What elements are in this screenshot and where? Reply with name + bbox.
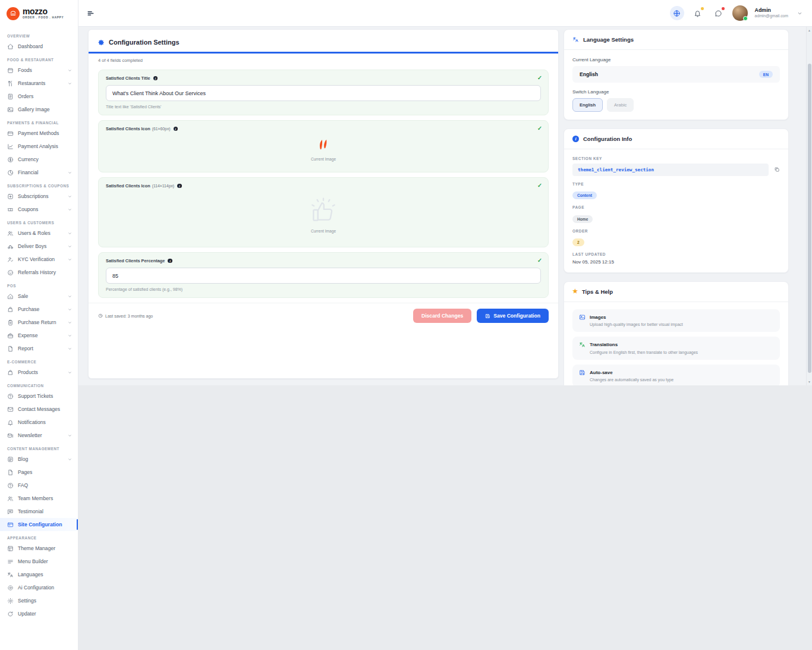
image-upload-preview[interactable]: Current Image [106, 189, 541, 241]
satisfied-clients-title-input[interactable] [106, 85, 541, 101]
sidebar-item-expense[interactable]: Expense [0, 329, 78, 342]
sidebar-item-dashboard[interactable]: Dashboard [0, 40, 78, 53]
translate-icon [572, 36, 579, 43]
users-icon [7, 230, 14, 237]
info-icon[interactable]: i [177, 184, 182, 189]
vertical-scrollbar[interactable]: ▲ ▼ [806, 27, 812, 385]
blog-icon [7, 456, 14, 463]
sidebar-item-faq[interactable]: FAQ [0, 479, 78, 492]
info-icon[interactable]: i [174, 127, 178, 131]
save-configuration-button[interactable]: Save Configuration [477, 309, 549, 323]
fork-icon [7, 80, 14, 87]
sidebar-item-purchase-return[interactable]: Purchase Return [0, 316, 78, 329]
sidebar-item-payment-analysis[interactable]: Payment Analysis [0, 140, 78, 153]
satisfied-clients-percentage-input[interactable] [106, 268, 541, 284]
check-icon: ✓ [537, 257, 542, 263]
scroll-down-arrow[interactable]: ▼ [807, 380, 812, 384]
sidebar-item-orders[interactable]: Orders [0, 90, 78, 103]
sidebar-item-testimonial[interactable]: Testimonial [0, 505, 78, 518]
language-option-english[interactable]: English [572, 98, 603, 112]
tip-auto-save: Auto-saveChanges are automatically saved… [572, 365, 780, 386]
bag-icon [7, 369, 14, 376]
brand-logo[interactable]: mozzo ORDER . FOOD . HAPPY [0, 0, 78, 27]
last-saved-text: Last saved: 3 months ago [105, 314, 153, 318]
sidebar-item-purchase[interactable]: Purchase [0, 303, 78, 316]
sidebar-item-sale[interactable]: Sale [0, 290, 78, 303]
sidebar-item-newsletter[interactable]: Newsletter [0, 429, 78, 442]
chevron-down-icon [68, 231, 72, 235]
sidebar-item-payment-methods[interactable]: Payment Methods [0, 127, 78, 140]
discard-changes-button[interactable]: Discard Changes [413, 309, 471, 323]
sidebar-item-deliver-boys[interactable]: Deliver Boys [0, 240, 78, 253]
sidebar: mozzo ORDER . FOOD . HAPPY OVERVIEWDashb… [0, 0, 78, 650]
info-icon[interactable]: i [153, 76, 158, 81]
faq-icon [7, 482, 14, 489]
image-upload-preview[interactable]: Current Image [106, 131, 541, 166]
sidebar-item-report[interactable]: Report [0, 342, 78, 355]
chevron-down-icon [68, 244, 72, 249]
sidebar-section-title-appearance: APPEARANCE [0, 531, 78, 542]
sidebar-item-financial[interactable]: Financial [0, 166, 78, 179]
user-menu-chevron-icon[interactable] [797, 11, 802, 16]
sidebar-item-ai-configuration[interactable]: Ai Configuration [0, 581, 78, 594]
sidebar-item-settings[interactable]: Settings [0, 594, 78, 607]
switch-language-label: Switch Language [572, 89, 780, 95]
sidebar-section-title-food-restaurant: FOOD & RESTAURANT [0, 53, 78, 64]
sidebar-item-gallery-image[interactable]: Gallery Image [0, 103, 78, 116]
notifications-bell-button[interactable] [691, 6, 705, 20]
sidebar-item-kyc-verification[interactable]: KYC Verification [0, 253, 78, 266]
user-name: Admin [755, 7, 788, 14]
sidebar-section-title-payments-financial: PAYMENTS & FINANCIAL [0, 116, 78, 127]
sidebar-item-currency[interactable]: Currency [0, 153, 78, 166]
page-icon [7, 469, 14, 476]
sidebar-item-restaurants[interactable]: Restaurants [0, 77, 78, 90]
fields-list: Satisfied Clients Titlei✓Title text like… [89, 63, 558, 298]
chevron-down-icon [68, 68, 72, 73]
sidebar-item-pages[interactable]: Pages [0, 466, 78, 479]
sidebar-item-coupons[interactable]: Coupons [0, 203, 78, 216]
updater-icon [7, 611, 14, 617]
save-icon [485, 313, 490, 319]
usercheck-icon [7, 256, 14, 263]
chevron-down-icon [68, 370, 72, 375]
sidebar-section-title-overview: OVERVIEW [0, 29, 78, 40]
sidebar-item-products[interactable]: Products [0, 366, 78, 379]
sidebar-item-contact-messages[interactable]: Contact Messages [0, 403, 78, 416]
sidebar-item-menu-builder[interactable]: Menu Builder [0, 555, 78, 568]
currency-icon [7, 156, 14, 163]
chevron-down-icon [68, 307, 72, 312]
copy-icon[interactable] [774, 167, 780, 172]
sidebar-item-updater[interactable]: Updater [0, 607, 78, 620]
messages-chat-button[interactable] [712, 6, 726, 20]
check-icon: ✓ [537, 182, 542, 189]
tip-translations: TranslationsConfigure in English first, … [572, 337, 780, 360]
subs-icon [7, 193, 14, 200]
newsletter-icon [7, 432, 14, 439]
globe-language-button[interactable] [670, 6, 684, 20]
save-icon [579, 369, 586, 376]
field-card-satisfied-clients-title: Satisfied Clients Titlei✓Title text like… [98, 70, 549, 115]
gear-icon [7, 598, 14, 604]
sidebar-item-theme-manager[interactable]: Theme Manager [0, 542, 78, 555]
user-avatar[interactable] [732, 5, 748, 21]
sidebar-item-blog[interactable]: Blog [0, 453, 78, 466]
sidebar-item-users-roles[interactable]: Users & Roles [0, 227, 78, 240]
sidebar-item-languages[interactable]: Languages [0, 568, 78, 581]
sidebar-item-referrals-history[interactable]: Referrals History [0, 266, 78, 279]
sidebar-item-site-configuration[interactable]: Site Configuration [0, 518, 78, 531]
sidebar-item-support-tickets[interactable]: Support Tickets [0, 390, 78, 403]
scroll-up-arrow[interactable]: ▲ [807, 29, 812, 32]
language-option-arabic[interactable]: Arabic [607, 98, 634, 112]
sidebar-item-foods[interactable]: Foods [0, 64, 78, 77]
scrollbar-thumb[interactable] [808, 64, 811, 373]
chevron-down-icon [68, 334, 72, 338]
card-footer: Last saved: 3 months ago Discard Changes… [89, 303, 558, 328]
translate-icon [7, 572, 14, 578]
sidebar-item-team-members[interactable]: Team Members [0, 492, 78, 505]
gear-icon [98, 39, 105, 46]
hamburger-menu-icon[interactable] [87, 10, 95, 17]
sidebar-item-notifications[interactable]: Notifications [0, 416, 78, 429]
chevron-down-icon [68, 434, 72, 438]
info-icon[interactable]: i [168, 259, 172, 263]
sidebar-item-subscriptions[interactable]: Subscriptions [0, 190, 78, 203]
